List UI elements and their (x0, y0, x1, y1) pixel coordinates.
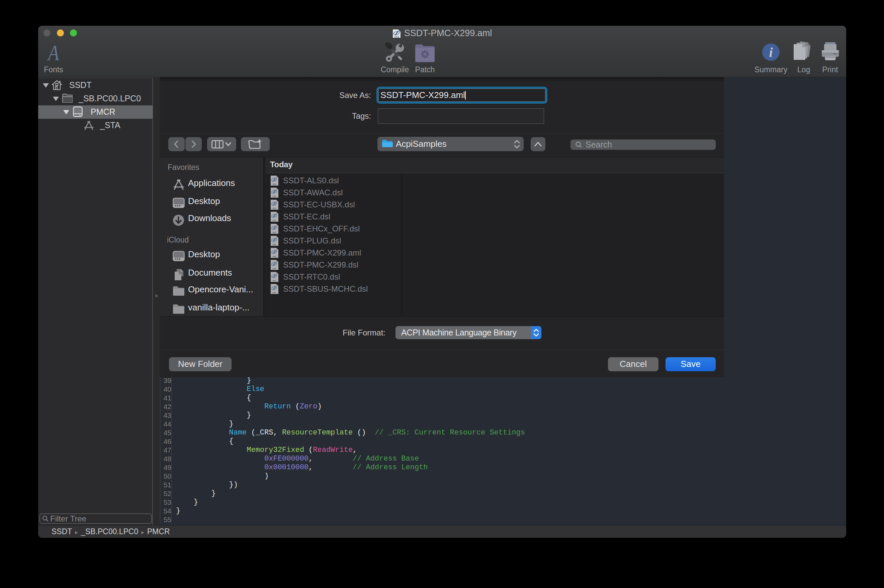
svg-text:AML: AML (395, 36, 399, 38)
svg-text:DSL: DSL (273, 195, 277, 197)
svg-text:AML: AML (272, 255, 277, 258)
svg-text:DSL: DSL (273, 280, 277, 282)
svg-text:DSL: DSL (273, 219, 277, 221)
svg-text:i: i (769, 45, 773, 60)
svg-text:DSL: DSL (273, 268, 277, 270)
svg-text:DSL: DSL (273, 243, 277, 246)
svg-text:DSL: DSL (273, 292, 277, 294)
svg-text:DSL: DSL (273, 231, 277, 234)
svg-text:DSL: DSL (273, 207, 277, 209)
svg-text:DSL: DSL (273, 183, 277, 185)
